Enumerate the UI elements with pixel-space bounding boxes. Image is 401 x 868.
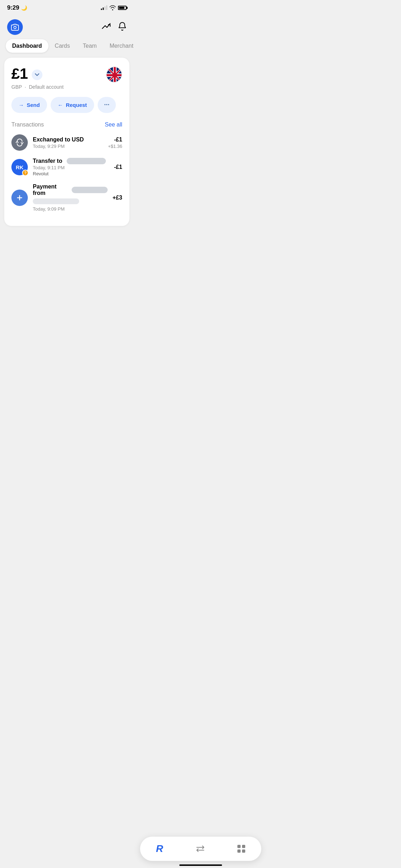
transaction-item: Payment from Today, 9:09 PM +£3: [11, 184, 122, 212]
transaction-title: Transfer to: [33, 158, 109, 164]
status-bar: 9:29 🌙: [0, 0, 134, 14]
transaction-amount-sub: +$1.36: [108, 144, 122, 149]
camera-icon: [11, 24, 19, 31]
balance-row: £1: [11, 66, 122, 83]
status-time: 9:29 🌙: [7, 4, 27, 11]
transaction-details: Payment from Today, 9:09 PM: [33, 184, 108, 212]
more-button[interactable]: ···: [98, 97, 116, 113]
transaction-item: RK ? Transfer to Today, 9:11 PM Revolut …: [11, 158, 122, 176]
tab-merchant[interactable]: Merchant: [103, 39, 134, 53]
battery-icon: [118, 6, 127, 10]
exchange-icon-circle: [11, 134, 28, 151]
currency-flag: [106, 66, 122, 83]
account-label: GBP · Default account: [11, 84, 122, 90]
send-arrow-icon: →: [19, 102, 24, 108]
trending-icon: [102, 22, 112, 31]
transaction-date: Today, 9:09 PM: [33, 206, 108, 212]
plus-icon: [16, 194, 23, 201]
transaction-item: Exchanged to USD Today, 9:29 PM -£1 +$1.…: [11, 134, 122, 151]
request-arrow-icon: ←: [58, 102, 63, 108]
exchange-icon: [16, 139, 24, 146]
transaction-sub-label: Revolut: [33, 171, 109, 176]
app-header: [0, 14, 134, 39]
bell-icon: [118, 22, 127, 31]
transaction-amount-main: -£1: [114, 164, 122, 170]
chevron-down-icon: [35, 73, 40, 77]
see-all-button[interactable]: See all: [105, 122, 122, 128]
transaction-amount-main: +£3: [113, 195, 122, 201]
rk-avatar: RK ?: [11, 159, 28, 175]
status-icons: [101, 5, 127, 10]
tab-dashboard[interactable]: Dashboard: [6, 39, 48, 53]
moon-icon: 🌙: [21, 5, 27, 11]
header-right-actions: [102, 22, 127, 32]
transaction-amount-main: -£1: [108, 136, 122, 143]
main-card: £1 GBP: [4, 58, 129, 226]
wifi-icon: [109, 5, 116, 10]
transaction-amount: +£3: [113, 195, 122, 201]
blurred-name: [72, 187, 107, 193]
transaction-date: Today, 9:29 PM: [33, 144, 103, 149]
camera-button[interactable]: [7, 19, 23, 35]
transaction-amount: -£1: [114, 164, 122, 170]
transaction-details: Transfer to Today, 9:11 PM Revolut: [33, 158, 109, 176]
signal-icon: [101, 6, 107, 10]
trending-button[interactable]: [102, 22, 112, 32]
transaction-title: Payment from: [33, 184, 108, 196]
balance-amount: £1: [11, 66, 28, 81]
blurred-name: [67, 158, 106, 164]
question-badge: ?: [22, 170, 29, 176]
transaction-date: Today, 9:11 PM: [33, 165, 109, 170]
svg-point-0: [14, 26, 16, 29]
notification-button[interactable]: [118, 22, 127, 32]
transaction-details: Exchanged to USD Today, 9:29 PM: [33, 136, 103, 149]
balance-left: £1: [11, 66, 42, 81]
transaction-title: Exchanged to USD: [33, 136, 103, 143]
transactions-title: Transactions: [11, 122, 44, 128]
account-dropdown-button[interactable]: [32, 69, 42, 80]
tab-cards[interactable]: Cards: [48, 39, 77, 53]
tab-team[interactable]: Team: [76, 39, 103, 53]
send-button[interactable]: → Send: [11, 97, 47, 113]
transactions-header: Transactions See all: [11, 122, 122, 128]
nav-tabs: Dashboard Cards Team Merchant: [0, 39, 134, 58]
transaction-amount: -£1 +$1.36: [108, 136, 122, 149]
request-button[interactable]: ← Request: [51, 97, 94, 113]
plus-icon-circle: [11, 190, 28, 206]
blurred-subtext: [33, 198, 79, 204]
action-buttons: → Send ← Request ···: [11, 97, 122, 113]
